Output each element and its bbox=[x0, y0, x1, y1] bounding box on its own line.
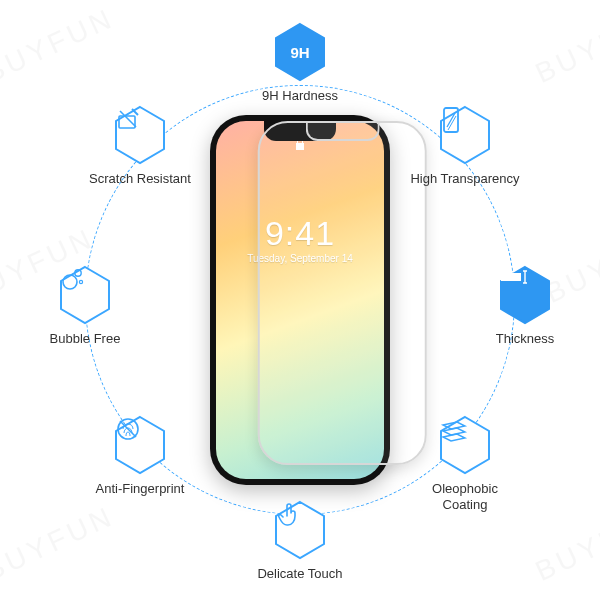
watermark-text: BUYFUN bbox=[0, 2, 119, 90]
feature-label: Oleophobic Coating bbox=[410, 481, 520, 512]
feature-label: Thickness bbox=[496, 331, 555, 347]
svg-point-6 bbox=[63, 275, 77, 289]
feature-label: Bubble Free bbox=[50, 331, 121, 347]
feature-touch: Delicate Touch bbox=[245, 500, 355, 582]
feature-thickness: Thickness bbox=[470, 265, 580, 347]
oleophobic-coating-icon bbox=[439, 415, 491, 475]
feature-hardness: 9H 9H Hardness bbox=[245, 22, 355, 104]
feature-label: Scratch Resistant bbox=[89, 171, 191, 187]
feature-label: High Transparency bbox=[410, 171, 519, 187]
scratch-resistant-icon bbox=[114, 105, 166, 165]
delicate-touch-icon bbox=[274, 500, 326, 560]
protector-notch bbox=[305, 121, 379, 141]
watermark-text: BUYFUN bbox=[531, 2, 600, 90]
feature-oleophobic: Oleophobic Coating bbox=[410, 415, 520, 512]
svg-point-8 bbox=[79, 280, 82, 283]
feature-label: Anti-Fingerprint bbox=[96, 481, 185, 497]
watermark-text: BUYFUN bbox=[531, 500, 600, 588]
feature-transparency: High Transparency bbox=[410, 105, 520, 187]
feature-scratch: Scratch Resistant bbox=[85, 105, 195, 187]
svg-rect-10 bbox=[501, 273, 521, 281]
anti-fingerprint-icon bbox=[114, 415, 166, 475]
bubble-free-icon bbox=[59, 265, 111, 325]
feature-label: Delicate Touch bbox=[257, 566, 342, 582]
transparency-icon bbox=[439, 105, 491, 165]
feature-label: 9H Hardness bbox=[262, 88, 338, 104]
feature-fingerprint: Anti-Fingerprint bbox=[85, 415, 195, 497]
screen-protector-overlay bbox=[258, 121, 427, 465]
watermark-text: BUYFUN bbox=[0, 500, 119, 588]
svg-point-7 bbox=[75, 270, 81, 276]
feature-bubble: Bubble Free bbox=[30, 265, 140, 347]
thickness-icon bbox=[499, 265, 551, 325]
hardness-9h-icon: 9H bbox=[274, 22, 326, 82]
